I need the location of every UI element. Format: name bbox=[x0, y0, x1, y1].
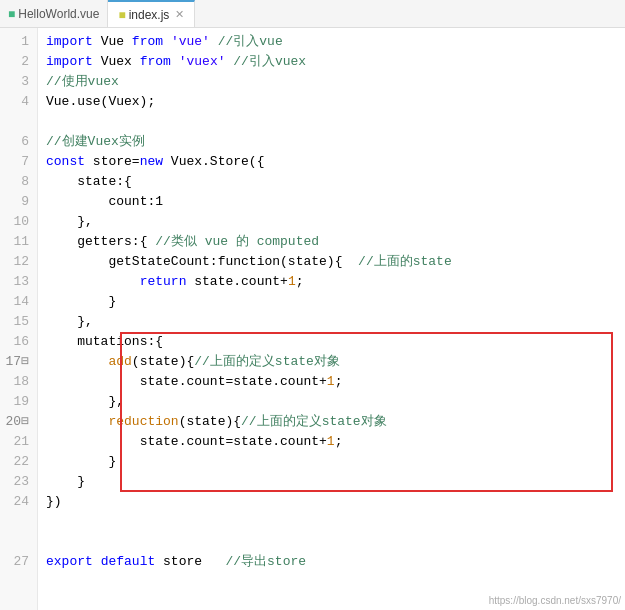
ln-22: 22 bbox=[0, 452, 37, 472]
code-line-1: import Vue from 'vue' //引入vue bbox=[46, 32, 625, 52]
title-bar: ■ HelloWorld.vue ■ index.js ✕ bbox=[0, 0, 625, 28]
ln-8: 8 bbox=[0, 172, 37, 192]
ln-12: 12 bbox=[0, 252, 37, 272]
code-line-17: add(state){//上面的定义state对象 bbox=[46, 352, 625, 372]
ln-5 bbox=[0, 112, 37, 132]
ln-19: 19 bbox=[0, 392, 37, 412]
code-line-27: export default store //导出store bbox=[46, 552, 625, 572]
line-numbers: 1 2 3 4 6 7 8 9 10 11 12 13 14 15 16 17⊟… bbox=[0, 28, 38, 610]
ln-3: 3 bbox=[0, 72, 37, 92]
code-line-9: count:1 bbox=[46, 192, 625, 212]
code-line-13: return state.count+1; bbox=[46, 272, 625, 292]
vue-file-icon: ■ bbox=[8, 7, 15, 21]
ln-4: 4 bbox=[0, 92, 37, 112]
ln-9: 9 bbox=[0, 192, 37, 212]
code-line-3: //使用vuex bbox=[46, 72, 625, 92]
code-line-4: Vue.use(Vuex); bbox=[46, 92, 625, 112]
active-tab-label: index.js bbox=[129, 8, 170, 22]
code-line-22: } bbox=[46, 452, 625, 472]
code-line-11: getters:{ //类似 vue 的 computed bbox=[46, 232, 625, 252]
ln-18: 18 bbox=[0, 372, 37, 392]
ln-14: 14 bbox=[0, 292, 37, 312]
ln-1: 1 bbox=[0, 32, 37, 52]
ln-17: 17⊟ bbox=[0, 352, 37, 372]
code-line-24: }) bbox=[46, 492, 625, 512]
code-line-15: }, bbox=[46, 312, 625, 332]
editor-window: ■ HelloWorld.vue ■ index.js ✕ 1 2 3 4 6 … bbox=[0, 0, 625, 610]
code-line-5 bbox=[46, 112, 625, 132]
code-line-14: } bbox=[46, 292, 625, 312]
ln-11: 11 bbox=[0, 232, 37, 252]
code-line-19: }, bbox=[46, 392, 625, 412]
ln-21: 21 bbox=[0, 432, 37, 452]
code-line-25 bbox=[46, 512, 625, 532]
code-line-23: } bbox=[46, 472, 625, 492]
ln-10: 10 bbox=[0, 212, 37, 232]
ln-7: 7 bbox=[0, 152, 37, 172]
code-line-20: reduction(state){//上面的定义state对象 bbox=[46, 412, 625, 432]
code-line-26 bbox=[46, 532, 625, 552]
ln-23: 23 bbox=[0, 472, 37, 492]
code-line-2: import Vuex from 'vuex' //引入vuex bbox=[46, 52, 625, 72]
ln-15: 15 bbox=[0, 312, 37, 332]
code-line-6: //创建Vuex实例 bbox=[46, 132, 625, 152]
ln-2: 2 bbox=[0, 52, 37, 72]
ln-6: 6 bbox=[0, 132, 37, 152]
code-line-7: const store=new Vuex.Store({ bbox=[46, 152, 625, 172]
ln-27: 27 bbox=[0, 552, 37, 572]
code-line-12: getStateCount:function(state){ //上面的stat… bbox=[46, 252, 625, 272]
ln-16: 16 bbox=[0, 332, 37, 352]
code-line-10: }, bbox=[46, 212, 625, 232]
active-tab[interactable]: ■ index.js ✕ bbox=[108, 0, 195, 27]
inactive-tab[interactable]: ■ HelloWorld.vue bbox=[0, 0, 108, 27]
editor-body: 1 2 3 4 6 7 8 9 10 11 12 13 14 15 16 17⊟… bbox=[0, 28, 625, 610]
inactive-tab-label[interactable]: HelloWorld.vue bbox=[18, 7, 99, 21]
watermark: https://blog.csdn.net/sxs7970/ bbox=[489, 595, 621, 606]
close-icon[interactable]: ✕ bbox=[175, 8, 184, 21]
js-file-icon: ■ bbox=[118, 8, 125, 22]
ln-20: 20⊟ bbox=[0, 412, 37, 432]
code-line-21: state.count=state.count+1; bbox=[46, 432, 625, 452]
ln-26 bbox=[0, 532, 37, 552]
code-area: import Vue from 'vue' //引入vue import Vue… bbox=[38, 28, 625, 610]
code-line-16: mutations:{ bbox=[46, 332, 625, 352]
ln-24: 24 bbox=[0, 492, 37, 512]
code-line-8: state:{ bbox=[46, 172, 625, 192]
code-line-18: state.count=state.count+1; bbox=[46, 372, 625, 392]
ln-25 bbox=[0, 512, 37, 532]
ln-13: 13 bbox=[0, 272, 37, 292]
